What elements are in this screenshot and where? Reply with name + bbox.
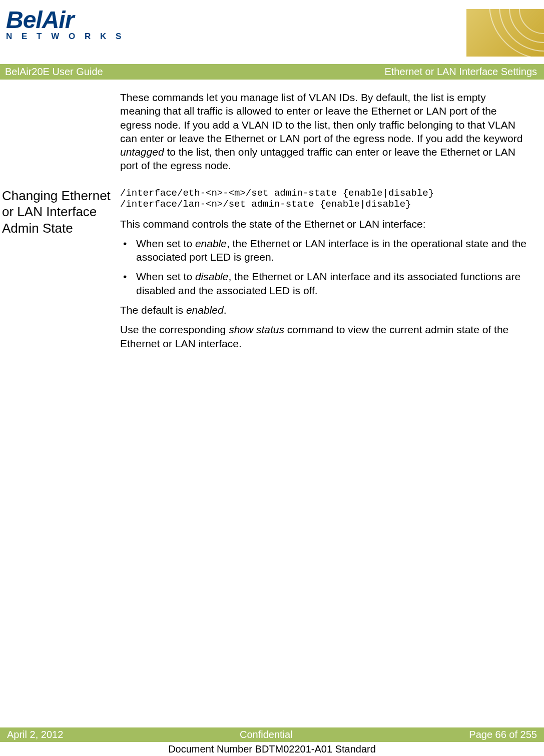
- content: These commands let you manage list of VL…: [0, 80, 544, 188]
- intro-tail: to the list, then only untagged traffic …: [120, 146, 515, 171]
- bullet-text: When set to: [136, 271, 195, 282]
- footer-confidential: Confidential: [240, 729, 293, 740]
- right-column: /interface/eth-<n>-<m>/set admin-state {…: [120, 188, 528, 356]
- bullet-list: When set to enable, the Ethernet or LAN …: [120, 237, 528, 297]
- footer-bar: April 2, 2012 Confidential Page 66 of 25…: [0, 727, 544, 742]
- intro-paragraph: These commands let you manage list of VL…: [120, 91, 528, 173]
- section-heading: Changing Ethernet or LAN Interface Admin…: [2, 188, 120, 237]
- bullet-keyword: disable: [195, 271, 229, 282]
- title-bar: BelAir20E User Guide Ethernet or LAN Int…: [0, 64, 544, 80]
- right-column: These commands let you manage list of VL…: [120, 91, 528, 188]
- left-column: [0, 91, 120, 188]
- intro-keyword: untagged: [120, 146, 164, 158]
- list-item: When set to disable, the Ethernet or LAN…: [120, 270, 528, 297]
- para-keyword: show status: [229, 324, 284, 335]
- logo: BelAir N E T W O R K S: [6, 9, 125, 42]
- section-row: Changing Ethernet or LAN Interface Admin…: [0, 188, 544, 356]
- para-keyword: enabled: [186, 304, 224, 316]
- left-column: Changing Ethernet or LAN Interface Admin…: [0, 188, 120, 356]
- para-text: Use the corresponding: [120, 324, 229, 335]
- para-show-status: Use the corresponding show status comman…: [120, 323, 528, 350]
- footer-date: April 2, 2012: [7, 729, 63, 740]
- bullet-text: When set to: [136, 238, 195, 249]
- bullet-keyword: enable: [195, 238, 227, 249]
- logo-brand: BelAir: [6, 9, 125, 31]
- document-number: Document Number BDTM02201-A01 Standard: [0, 743, 544, 756]
- para-intro: This command controls the state of the E…: [120, 217, 528, 231]
- brand-badge-icon: [466, 9, 544, 57]
- para-tail: .: [224, 304, 227, 316]
- list-item: When set to enable, the Ethernet or LAN …: [120, 237, 528, 264]
- section-title: Ethernet or LAN Interface Settings: [384, 66, 537, 78]
- page-header: BelAir N E T W O R K S: [0, 0, 544, 64]
- para-default: The default is enabled.: [120, 303, 528, 317]
- para-text: The default is: [120, 304, 186, 316]
- footer-page: Page 66 of 255: [469, 729, 537, 740]
- intro-text: These commands let you manage list of VL…: [120, 92, 522, 144]
- command-code: /interface/eth-<n>-<m>/set admin-state {…: [120, 188, 528, 210]
- logo-subbrand: N E T W O R K S: [6, 32, 125, 42]
- guide-title: BelAir20E User Guide: [5, 66, 103, 78]
